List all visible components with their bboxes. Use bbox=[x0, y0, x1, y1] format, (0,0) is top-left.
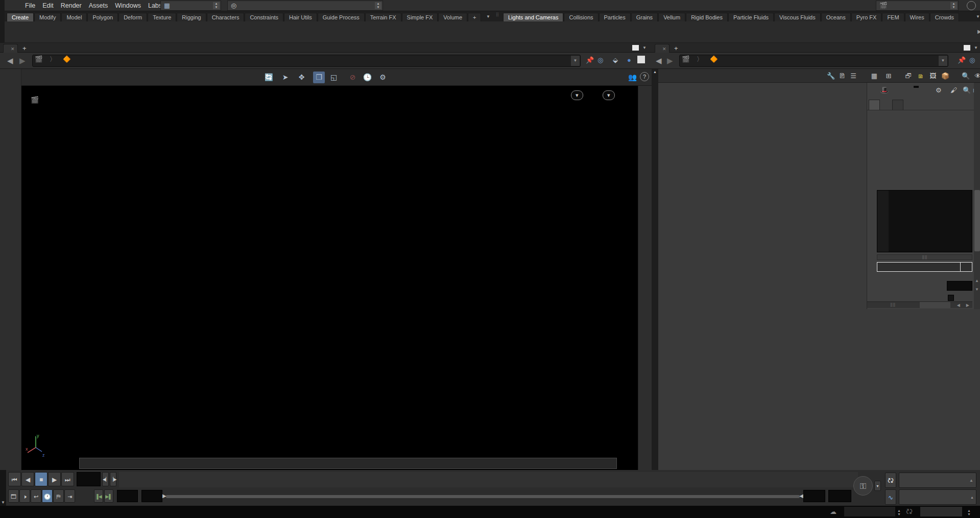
go-start-button[interactable]: ⏮ bbox=[8, 472, 21, 486]
list-icon[interactable]: ☰ bbox=[848, 71, 858, 81]
go-end-button[interactable]: ⏭ bbox=[61, 472, 74, 486]
wrangle-icon[interactable]: 🎩 bbox=[880, 86, 889, 94]
play-button[interactable]: ▶ bbox=[48, 472, 61, 486]
shelf-tab[interactable]: Terrain FX bbox=[365, 13, 401, 22]
shelf-tab[interactable]: Pyro FX bbox=[851, 13, 882, 22]
memory-icon[interactable]: ☁ bbox=[830, 508, 836, 515]
path-dropdown[interactable]: ▼ bbox=[939, 56, 947, 66]
shelf-tab[interactable]: FEM bbox=[882, 13, 904, 22]
channels-refresh-button[interactable]: 🗘 bbox=[885, 473, 896, 488]
pane-tab[interactable]: ✕ bbox=[3, 44, 18, 53]
viewport-help-icon[interactable]: ? bbox=[640, 72, 649, 81]
node-name-field[interactable] bbox=[914, 86, 919, 88]
resize-grip[interactable]: ⣿⣿ bbox=[877, 254, 972, 260]
snippet-field[interactable] bbox=[877, 262, 972, 272]
path-spinner[interactable]: ▲▼ bbox=[897, 509, 901, 516]
pane-tab[interactable]: ✕ bbox=[655, 44, 670, 53]
menu-item[interactable]: Labs bbox=[148, 0, 162, 11]
box-display-icon[interactable]: ⬙ bbox=[613, 56, 618, 64]
camera-selector[interactable]: ▾ bbox=[603, 90, 615, 100]
new-tab-button[interactable]: + bbox=[674, 44, 678, 52]
stop-button[interactable]: ■ bbox=[35, 472, 47, 486]
box-select-icon[interactable]: ◱ bbox=[328, 72, 340, 83]
v-scrollbar[interactable]: ▲ ▼ bbox=[974, 83, 980, 309]
range-end2-field[interactable] bbox=[828, 490, 851, 502]
shelf-tab[interactable]: Guide Process bbox=[318, 13, 365, 22]
tab-code[interactable] bbox=[869, 100, 880, 110]
shelf-tab[interactable]: Model bbox=[61, 13, 87, 22]
range-end-field[interactable] bbox=[803, 490, 825, 502]
layout-icon[interactable]: 🗗 bbox=[903, 71, 914, 81]
palette-icon[interactable]: ▦ bbox=[869, 71, 879, 81]
back-button[interactable]: ◀ bbox=[656, 56, 662, 65]
key-step-button[interactable]: ⇥ bbox=[64, 489, 75, 503]
shelf-tab[interactable]: Lights and Cameras bbox=[503, 13, 563, 22]
pin-icon[interactable]: 📌 bbox=[958, 56, 966, 64]
step-forward-button[interactable]: ▕▶ bbox=[110, 472, 116, 486]
transform-tool-icon[interactable]: ✥ bbox=[296, 72, 307, 83]
shelf-tab[interactable]: Vellum bbox=[658, 13, 685, 22]
desktop-selector-right[interactable]: 🎬 ▲▼ bbox=[876, 1, 959, 11]
enforce-checkbox[interactable] bbox=[948, 295, 954, 301]
shelf-tab[interactable]: Particles bbox=[599, 13, 631, 22]
range-start2-field[interactable] bbox=[141, 490, 162, 502]
shelf-tab[interactable]: Simple FX bbox=[402, 13, 438, 22]
hierarchy-icon[interactable]: 🖹 bbox=[837, 71, 847, 81]
shelf-tab[interactable]: Polygon bbox=[87, 13, 118, 22]
path-field[interactable]: 🎬 〉 🔶 ▼ bbox=[32, 55, 581, 67]
pin-icon[interactable]: 📌 bbox=[586, 56, 594, 64]
white-square-icon[interactable] bbox=[637, 56, 645, 63]
shelf-tab[interactable]: Texture bbox=[148, 13, 176, 22]
path-field[interactable]: 🎬 〉 🔶 ▼ bbox=[679, 55, 948, 67]
shelf-tab[interactable]: Oceans bbox=[821, 13, 851, 22]
scoped-channels-button[interactable]: ∿ bbox=[885, 489, 896, 505]
key-all-channels[interactable]: ▲▼ bbox=[899, 489, 976, 505]
select-objects-icon[interactable]: ❒ bbox=[313, 72, 325, 83]
pane-maximize[interactable] bbox=[632, 45, 639, 51]
h-scrollbar[interactable]: ⣿⣿ ◀ ▶ bbox=[867, 301, 972, 308]
desktop-selector[interactable]: ▦ ▲▼ bbox=[160, 1, 221, 11]
refresh-icon[interactable]: 🗘 bbox=[906, 508, 913, 515]
tools-icon[interactable]: 🔧 bbox=[826, 71, 836, 81]
shelf-tab[interactable]: Particle Fluids bbox=[728, 13, 774, 22]
shelf-tab[interactable]: + bbox=[468, 13, 481, 22]
menu-item[interactable]: Assets bbox=[89, 0, 108, 11]
range-start-field[interactable] bbox=[117, 490, 138, 502]
shelf-tab[interactable]: Crowds bbox=[930, 13, 959, 22]
shelf-tab[interactable]: Constraints bbox=[245, 13, 283, 22]
key-button[interactable]: ⚿ bbox=[853, 476, 873, 496]
shelf-tab[interactable]: Volume bbox=[438, 13, 467, 22]
timeline-left-strip[interactable]: ▼ bbox=[0, 470, 6, 506]
menu-item[interactable]: Windows bbox=[115, 0, 141, 11]
shelf-tab[interactable]: Rigid Bodies bbox=[686, 13, 728, 22]
search-icon[interactable]: 🔍 bbox=[963, 86, 971, 94]
scene-selector[interactable]: ◎ ▲▼ bbox=[227, 1, 383, 11]
pane-menu[interactable]: ▼ bbox=[974, 45, 978, 50]
eye-icon[interactable]: 👁 bbox=[973, 71, 980, 81]
timeline-ruler[interactable] bbox=[119, 472, 858, 487]
menu-item[interactable]: Render bbox=[61, 0, 82, 11]
pane-menu[interactable]: ▼ bbox=[642, 45, 647, 50]
current-node-path[interactable] bbox=[844, 507, 895, 516]
no-snap-icon[interactable]: ⊘ bbox=[347, 72, 358, 83]
back-button[interactable]: ◀ bbox=[7, 56, 13, 65]
shelf-tab[interactable]: Create bbox=[7, 13, 34, 22]
select-tool-icon[interactable]: ➤ bbox=[279, 72, 291, 83]
shelf-overflow-icon[interactable]: ▼ bbox=[486, 14, 490, 19]
update-spinner[interactable]: ▲▼ bbox=[967, 509, 971, 516]
shelf-tab[interactable]: Wires bbox=[905, 13, 929, 22]
flipbook-icon[interactable]: 🕒 bbox=[362, 72, 373, 83]
note-icon[interactable]: 🗈 bbox=[916, 71, 926, 81]
follow-icon[interactable]: ◎ bbox=[597, 56, 603, 64]
forward-button[interactable]: ▶ bbox=[19, 56, 26, 65]
persp-selector[interactable]: ▾ bbox=[571, 90, 583, 100]
crowd-icon[interactable]: 👥 bbox=[627, 72, 638, 83]
vex-code-editor[interactable] bbox=[877, 190, 972, 252]
new-tab-button[interactable]: + bbox=[22, 44, 27, 52]
shelf-tab[interactable]: Deform bbox=[118, 13, 147, 22]
menu-item[interactable]: File bbox=[25, 0, 35, 11]
next-key-button[interactable]: ▶▌ bbox=[104, 489, 113, 503]
attrs-input[interactable] bbox=[947, 281, 972, 291]
shelf-tab[interactable]: Viscous Fluids bbox=[774, 13, 821, 22]
play-reverse-button[interactable]: ◀ bbox=[21, 472, 34, 486]
